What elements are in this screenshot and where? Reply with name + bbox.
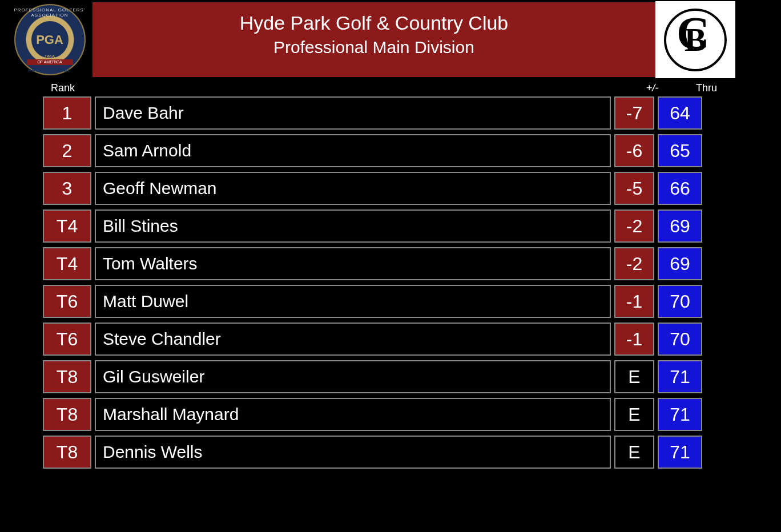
table-row: T4Bill Stines-269 bbox=[43, 209, 702, 243]
plusminus-cell: E bbox=[614, 360, 654, 393]
thru-cell: 71 bbox=[658, 360, 702, 393]
event-subtitle: Professional Main Division bbox=[92, 38, 655, 57]
table-row: 1Dave Bahr-764 bbox=[43, 96, 702, 130]
pga-center-text: PGA bbox=[31, 21, 69, 58]
player-name-cell: Matt Duwel bbox=[95, 285, 611, 318]
table-row: T6Matt Duwel-170 bbox=[43, 285, 702, 318]
player-name-cell: Dave Bahr bbox=[95, 96, 611, 130]
col-header-rank: Rank bbox=[6, 82, 91, 94]
pga-year: 1916 bbox=[14, 54, 86, 59]
thru-cell: 65 bbox=[658, 134, 702, 167]
player-name-cell: Geoff Newman bbox=[95, 172, 611, 205]
rank-cell: 2 bbox=[43, 134, 91, 167]
thru-cell: 70 bbox=[658, 323, 702, 356]
player-name-cell: Marshall Maynard bbox=[95, 398, 611, 431]
plusminus-cell: E bbox=[614, 436, 654, 469]
pga-ribbon: OF AMERICA bbox=[27, 59, 73, 65]
pga-logo-icon: PROFESSIONAL GOLFERS' ASSOCIATION PGA 19… bbox=[14, 4, 86, 75]
thru-cell: 64 bbox=[658, 96, 702, 130]
table-row: 2Sam Arnold-665 bbox=[43, 134, 702, 167]
plusminus-cell: -7 bbox=[614, 96, 654, 130]
player-name-cell: Steve Chandler bbox=[95, 323, 611, 356]
table-row: T8Dennis WellsE71 bbox=[43, 436, 702, 469]
club-logo-icon: C B bbox=[664, 9, 727, 71]
rank-cell: 3 bbox=[43, 172, 91, 205]
table-row: T6Steve Chandler-170 bbox=[43, 323, 702, 356]
thru-cell: 71 bbox=[658, 436, 702, 469]
leaderboard: PROFESSIONAL GOLFERS' ASSOCIATION PGA 19… bbox=[6, 1, 736, 469]
rank-cell: T4 bbox=[43, 247, 91, 280]
plusminus-cell: E bbox=[614, 398, 654, 431]
club-logo-container: C B bbox=[655, 1, 735, 78]
column-headers: Rank +/- Thru bbox=[6, 78, 736, 96]
plusminus-cell: -6 bbox=[614, 134, 654, 167]
player-name-cell: Bill Stines bbox=[95, 209, 611, 243]
plusminus-cell: -2 bbox=[614, 209, 654, 243]
rank-cell: T6 bbox=[43, 323, 91, 356]
table-row: T8Gil GusweilerE71 bbox=[43, 360, 702, 393]
table-row: T8Marshall MaynardE71 bbox=[43, 398, 702, 431]
rank-cell: T8 bbox=[43, 360, 91, 393]
rank-cell: T8 bbox=[43, 398, 91, 431]
rank-cell: 1 bbox=[43, 96, 91, 130]
event-title: Hyde Park Golf & Country Club bbox=[92, 12, 655, 34]
player-name-cell: Dennis Wells bbox=[95, 436, 611, 469]
rows-container: 1Dave Bahr-7642Sam Arnold-6653Geoff Newm… bbox=[6, 96, 736, 469]
plusminus-cell: -5 bbox=[614, 172, 654, 205]
col-header-plusminus: +/- bbox=[628, 82, 677, 94]
player-name-cell: Sam Arnold bbox=[95, 134, 611, 167]
pga-bottom-text: PROFESSIONAL bbox=[14, 68, 86, 73]
pga-logo-container: PROFESSIONAL GOLFERS' ASSOCIATION PGA 19… bbox=[7, 1, 92, 78]
player-name-cell: Gil Gusweiler bbox=[95, 360, 611, 393]
col-header-thru: Thru bbox=[677, 82, 736, 94]
plusminus-cell: -1 bbox=[614, 285, 654, 318]
table-row: T4Tom Walters-269 bbox=[43, 247, 702, 280]
thru-cell: 71 bbox=[658, 398, 702, 431]
rank-cell: T8 bbox=[43, 436, 91, 469]
header-titles: Hyde Park Golf & Country Club Profession… bbox=[92, 12, 655, 67]
plusminus-cell: -1 bbox=[614, 323, 654, 356]
plusminus-cell: -2 bbox=[614, 247, 654, 280]
header-banner: PROFESSIONAL GOLFERS' ASSOCIATION PGA 19… bbox=[6, 1, 736, 78]
table-row: 3Geoff Newman-566 bbox=[43, 172, 702, 205]
rank-cell: T6 bbox=[43, 285, 91, 318]
thru-cell: 69 bbox=[658, 209, 702, 243]
thru-cell: 70 bbox=[658, 285, 702, 318]
pga-top-text: PROFESSIONAL GOLFERS' ASSOCIATION bbox=[14, 7, 86, 18]
rank-cell: T4 bbox=[43, 209, 91, 243]
player-name-cell: Tom Walters bbox=[95, 247, 611, 280]
thru-cell: 69 bbox=[658, 247, 702, 280]
thru-cell: 66 bbox=[658, 172, 702, 205]
